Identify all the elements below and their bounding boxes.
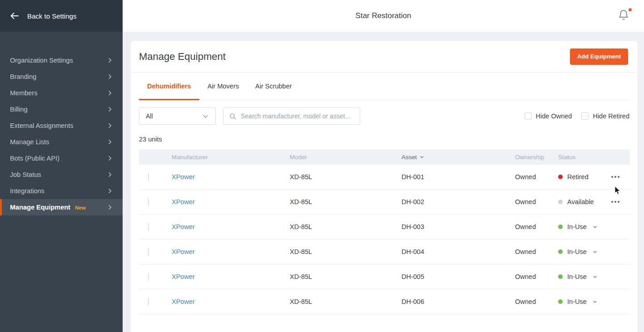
row-checkbox[interactable] <box>148 273 149 281</box>
sidebar-item-branding[interactable]: Branding <box>0 68 123 85</box>
sidebar-item-integrations[interactable]: Integrations <box>0 183 123 199</box>
manufacturer-link[interactable]: XPower <box>172 298 195 305</box>
status-chevron-down-icon <box>592 274 598 279</box>
sidebar-item-label: Members <box>10 89 37 97</box>
search-icon <box>229 112 237 120</box>
filter-row: All Hide Owned Hide Retired <box>139 107 629 125</box>
status-dot-icon <box>558 200 563 204</box>
sidebar-item-billing[interactable]: Billing <box>0 101 123 117</box>
asset-cell: DH-002 <box>401 198 515 205</box>
units-count: 23 units <box>139 136 629 143</box>
bell-icon <box>618 9 629 21</box>
notification-dot <box>629 8 632 11</box>
col-status: Status <box>558 154 610 161</box>
table-row-dh-002: XPower XD-85L DH-002 Owned Available <box>139 190 630 215</box>
manufacturer-link[interactable]: XPower <box>172 223 195 230</box>
row-checkbox[interactable] <box>148 223 149 231</box>
sidebar-item-label: Integrations <box>10 187 45 195</box>
search-input[interactable] <box>241 112 354 120</box>
asset-cell: DH-003 <box>401 223 515 230</box>
ownership-cell: Owned <box>515 223 558 230</box>
table-row-dh-006: XPower XD-85L DH-006 Owned In-Use <box>139 289 630 314</box>
toggle-hide-retired[interactable]: Hide Retired <box>581 112 629 120</box>
tab-air-movers[interactable]: Air Movers <box>199 73 247 100</box>
toggle-hide-owned[interactable]: Hide Owned <box>525 112 572 120</box>
status-label: In-Use <box>567 273 587 280</box>
ownership-cell: Owned <box>515 173 558 181</box>
chevron-right-icon <box>106 106 114 113</box>
back-to-settings-button[interactable]: Back to Settings <box>0 0 123 32</box>
sidebar-item-bots-public-api[interactable]: Bots (Public API) <box>0 150 123 166</box>
tab-air-scrubber[interactable]: Air Scrubber <box>247 73 300 100</box>
tab-label: Air Movers <box>208 83 239 90</box>
manufacturer-link[interactable]: XPower <box>172 198 195 205</box>
manufacturer-link[interactable]: XPower <box>172 173 195 181</box>
tab-dehumidifiers[interactable]: Dehumidifiers <box>139 73 199 100</box>
chevron-right-icon <box>106 171 114 178</box>
row-actions-menu-button[interactable] <box>610 201 621 203</box>
sidebar: Back to Settings Organization Settings B… <box>0 0 123 332</box>
sidebar-item-organization-settings[interactable]: Organization Settings <box>0 52 123 68</box>
model-cell: XD-85L <box>290 248 401 255</box>
status-cell: Available <box>558 198 610 205</box>
equipment-tabs: DehumidifiersAir MoversAir Scrubber <box>139 73 629 100</box>
table-row-dh-004: XPower XD-85L DH-004 Owned In-Use <box>139 239 630 264</box>
sidebar-item-job-status[interactable]: Job Status <box>0 166 123 183</box>
row-checkbox[interactable] <box>148 198 149 206</box>
status-chevron-down-icon <box>592 249 598 254</box>
new-badge: New <box>75 205 86 210</box>
row-checkbox[interactable] <box>148 248 149 256</box>
status-label: Available <box>567 198 594 205</box>
model-cell: XD-85L <box>290 298 401 305</box>
add-equipment-button[interactable]: Add Equipment <box>570 49 628 65</box>
equipment-filter-select[interactable]: All <box>139 107 216 125</box>
filter-select-value: All <box>146 112 153 120</box>
status-dot-icon <box>558 274 563 279</box>
table-header-row: Manufacturer Model Asset Ownership Statu… <box>139 149 630 165</box>
table-row-dh-005: XPower XD-85L DH-005 Owned In-Use <box>139 264 630 289</box>
notifications-bell-button[interactable] <box>618 9 631 23</box>
asset-cell: DH-005 <box>401 273 515 280</box>
sidebar-item-members[interactable]: Members <box>0 85 123 101</box>
sidebar-item-label: Branding <box>10 73 36 80</box>
sidebar-item-manage-lists[interactable]: Manage Lists <box>0 134 123 150</box>
checkbox[interactable] <box>581 112 589 120</box>
sidebar-item-label: Manage Lists <box>10 138 49 146</box>
status-cell[interactable]: In-Use <box>558 223 610 230</box>
chevron-right-icon <box>106 204 114 211</box>
toggle-area: Hide Owned Hide Retired <box>525 112 629 120</box>
sidebar-item-label: Billing <box>10 106 28 113</box>
status-cell[interactable]: In-Use <box>558 298 610 305</box>
checkbox[interactable] <box>525 112 532 120</box>
model-cell: XD-85L <box>290 173 401 181</box>
col-asset-sort[interactable]: Asset <box>401 154 515 161</box>
row-checkbox[interactable] <box>148 173 149 181</box>
sidebar-item-external-assignments[interactable]: External Assignments <box>0 117 123 134</box>
row-actions-menu-button[interactable] <box>610 176 621 178</box>
status-cell[interactable]: In-Use <box>558 248 610 255</box>
manufacturer-link[interactable]: XPower <box>172 248 195 255</box>
page-title: Manage Equipment <box>139 51 226 63</box>
manufacturer-link[interactable]: XPower <box>172 273 195 280</box>
chevron-right-icon <box>106 73 114 80</box>
ownership-cell: Owned <box>515 298 558 305</box>
sort-chevron-down-icon <box>419 154 425 160</box>
asset-cell: DH-004 <box>401 248 515 255</box>
sidebar-item-label: Job Status <box>10 171 41 178</box>
chevron-right-icon <box>106 122 114 129</box>
status-chevron-down-icon <box>592 224 598 229</box>
topbar: Star Restoration <box>123 0 644 32</box>
table-body: XPower XD-85L DH-001 Owned Retired XPowe… <box>139 165 630 314</box>
back-arrow-icon <box>9 10 20 21</box>
tab-label: Air Scrubber <box>255 83 292 90</box>
col-manufacturer: Manufacturer <box>172 154 290 161</box>
status-dot-icon <box>558 175 563 179</box>
row-checkbox[interactable] <box>148 298 149 306</box>
status-cell[interactable]: In-Use <box>558 273 610 280</box>
manage-equipment-card: Manage Equipment Add Equipment Dehumidif… <box>131 41 638 332</box>
sidebar-item-manage-equipment[interactable]: Manage Equipment New <box>0 199 123 215</box>
checkbox-label: Hide Retired <box>593 112 629 120</box>
status-dot-icon <box>558 225 563 229</box>
chevron-right-icon <box>106 89 114 97</box>
model-cell: XD-85L <box>290 198 401 205</box>
